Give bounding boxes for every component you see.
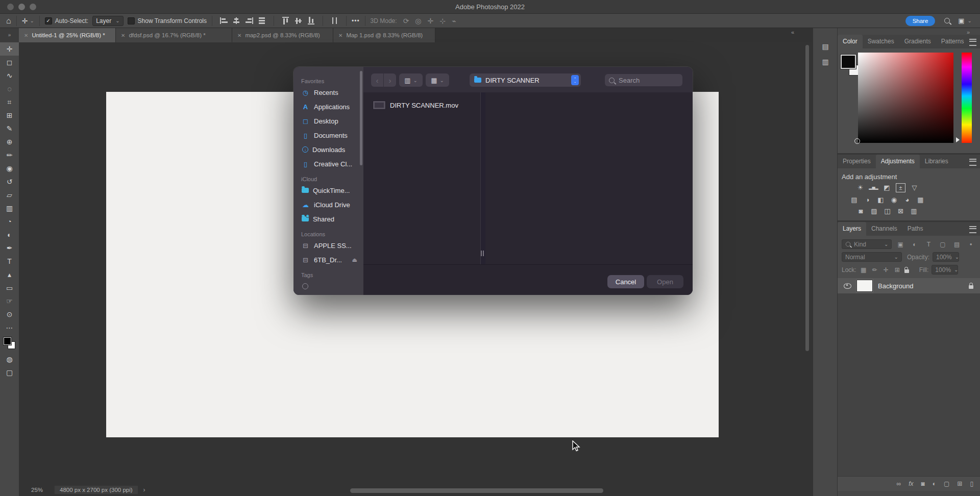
tab-color[interactable]: Color [838,35,863,48]
threshold-icon[interactable]: ◫ [883,207,892,215]
gradient-map-icon[interactable]: ▥ [910,207,918,215]
filter-adjustment-icon[interactable]: ◐ [909,241,920,248]
document-info[interactable]: 4800 px x 2700 px (300 ppi) [54,485,138,494]
rectangle-tool[interactable]: ▭ [0,281,19,294]
tab-libraries[interactable]: Libraries [920,155,953,168]
layer-visibility-icon[interactable] [844,283,851,289]
document-tab[interactable]: ✕ Untitled-1 @ 25% (RGB/8) * [19,28,116,42]
history-brush-tool[interactable]: ↺ [0,175,19,188]
blur-tool[interactable]: ◔ [0,215,19,228]
tab-patterns[interactable]: Patterns [936,35,969,48]
sidebar-item-applications[interactable]: A Applications [293,100,363,114]
invert-icon[interactable]: ◙ [856,207,865,215]
opacity-field[interactable]: 100% ⌄ [933,252,959,262]
sidebar-item-apple-ssd[interactable]: ⊟ APPLE SS... [293,238,363,253]
sidebar-item-desktop[interactable]: ◻ Desktop [293,114,363,128]
filter-type-icon[interactable]: T [923,241,935,248]
home-icon[interactable]: ⌂ [6,16,11,26]
zoom-tool[interactable]: ⊙ [0,308,19,321]
close-tab-icon[interactable]: ✕ [338,33,342,38]
screen-mode-icon[interactable]: ▢ [0,366,19,379]
filter-kind-dropdown[interactable]: Kind ⌄ [842,239,892,249]
align-right-edges-icon[interactable] [246,17,253,24]
color-lookup-icon[interactable]: ▦ [916,195,925,204]
3d-slide-icon[interactable]: ⊹ [439,17,446,25]
collapse-panels-icon[interactable]: » [967,29,970,35]
tab-properties[interactable]: Properties [838,155,876,168]
document-tab[interactable]: ✕ dfdsf.psd @ 16.7% (RGB/8) * [116,28,232,42]
blend-mode-dropdown[interactable]: Normal ⌄ [842,252,902,262]
layer-thumbnail[interactable] [856,280,873,292]
filter-smart-object-icon[interactable]: ▤ [951,241,963,248]
object-selection-tool[interactable]: ◌ [0,82,19,95]
sidebar-scrollbar[interactable] [360,71,362,165]
hue-slider[interactable] [962,53,972,143]
photo-filter-icon[interactable]: ◉ [890,195,898,204]
align-top-edges-icon[interactable] [282,17,289,24]
eject-icon[interactable]: ⏏ [352,257,357,263]
3d-camera-icon[interactable]: ⌁ [452,17,456,25]
show-transform-checkbox[interactable] [128,17,135,24]
levels-icon[interactable]: ▂▅▂ [869,183,878,191]
workspace-chevron-icon[interactable]: ⌄ [968,18,972,23]
quick-mask-icon[interactable]: ◍ [0,353,19,366]
path-selection-tool[interactable]: ▴ [0,268,19,281]
toolbar-expand-icon[interactable]: » [0,28,19,42]
column-resize-handle[interactable] [481,251,484,256]
zoom-level[interactable]: 25% [31,487,43,493]
gradient-tool[interactable]: ▥ [0,202,19,215]
share-button[interactable]: Share [905,16,936,26]
panel-menu-icon[interactable] [969,226,976,233]
tab-layers[interactable]: Layers [838,222,866,236]
hue-slider-arrow-icon[interactable] [956,137,960,142]
auto-select-target-dropdown[interactable]: Layer ⌄ [92,16,123,26]
new-adjustment-icon[interactable]: ◐ [933,480,936,487]
layer-row-background[interactable]: Background [838,278,980,293]
color-cursor-icon[interactable] [854,138,860,144]
dialog-search-field[interactable] [605,74,682,86]
foreground-background-swatches[interactable] [0,334,19,353]
sidebar-item-icloud-drive[interactable]: ☁ iCloud Drive [293,197,363,212]
search-input[interactable] [618,76,678,85]
sidebar-item-creative-cloud[interactable]: ▯ Creative Cl... [293,157,363,171]
forward-button[interactable]: › [384,73,396,87]
close-tab-icon[interactable]: ✕ [24,33,28,38]
3d-pan-icon[interactable]: ✛ [428,17,434,25]
tool-preset-chevron-icon[interactable]: ⌄ [30,18,34,23]
dodge-tool[interactable]: ◐ [0,228,19,241]
document-tab[interactable]: ✕ Map 1.psd @ 8.33% (RGB/8) [333,28,435,42]
marquee-tool[interactable]: ◻ [0,56,19,69]
align-vertical-centers-icon[interactable] [295,17,302,24]
group-view-button[interactable]: ▦ ⌄ [426,73,449,87]
frame-tool[interactable]: ⊞ [0,109,19,122]
align-horizontal-centers-icon[interactable] [233,17,240,24]
panel-menu-icon[interactable] [969,39,976,46]
channel-mixer-icon[interactable]: ◕ [903,195,912,204]
layer-effects-icon[interactable]: fx [909,480,913,487]
more-align-options-icon[interactable]: ••• [352,17,360,24]
tab-swatches[interactable]: Swatches [863,35,899,48]
panel-menu-icon[interactable] [969,159,976,166]
pen-tool[interactable]: ✒ [0,241,19,255]
posterize-icon[interactable]: ▨ [870,207,878,215]
file-item[interactable]: DIRTY SCANNER.mov [370,98,482,112]
move-tool[interactable]: ✛ [0,42,19,56]
tab-channels[interactable]: Channels [866,222,902,236]
sidebar-item-recents[interactable]: ◷ Recents [293,85,363,100]
align-left-edges-icon[interactable] [220,17,228,24]
black-white-icon[interactable]: ◧ [876,195,885,204]
sidebar-item-quicktime[interactable]: QuickTime... [293,183,363,197]
vibrance-icon[interactable]: ▽ [910,183,919,191]
distribute-spacing-icon[interactable] [331,17,338,24]
color-balance-icon[interactable]: ◑ [863,195,872,204]
eyedropper-tool[interactable]: ✎ [0,122,19,135]
sidebar-item-6tb-drive[interactable]: ⊟ 6TB_Dr... ⏏ [293,253,363,267]
foreground-color-swatch[interactable] [841,55,856,69]
close-tab-icon[interactable]: ✕ [121,33,125,38]
distribute-horizontally-icon[interactable] [258,17,266,24]
crop-tool[interactable]: ⌗ [0,95,19,109]
column-divider[interactable] [480,92,485,264]
sidebar-item-tag[interactable] [293,279,363,293]
open-button[interactable]: Open [647,275,683,288]
type-tool[interactable]: T [0,255,19,268]
